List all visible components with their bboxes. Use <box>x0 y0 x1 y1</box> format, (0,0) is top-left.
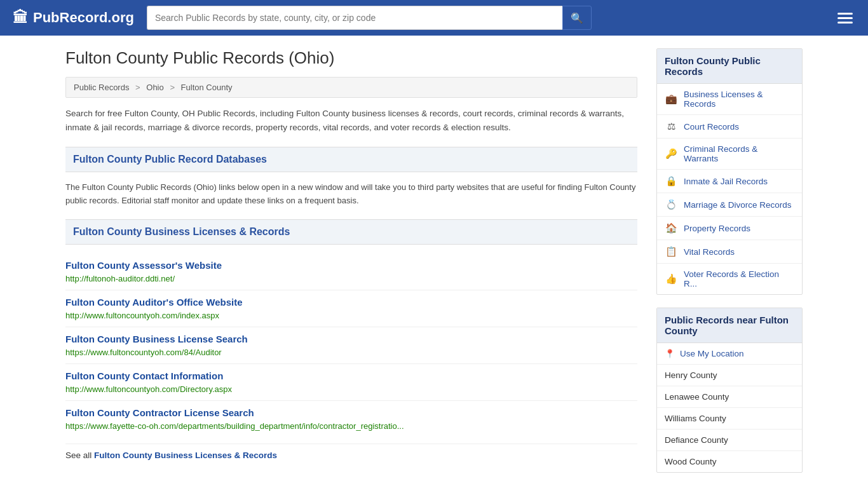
db-description: The Fulton County Public Records (Ohio) … <box>65 181 637 208</box>
vital-icon: 📋 <box>665 246 677 257</box>
sidebar-item-inmate[interactable]: 🔒 Inmate & Jail Records <box>657 170 802 193</box>
search-icon: 🔍 <box>571 12 583 24</box>
menu-bar-3 <box>837 22 853 24</box>
db-section-header: Fulton County Public Record Databases <box>65 147 637 172</box>
record-link-1[interactable]: Fulton County Auditor's Office Website <box>65 297 637 308</box>
sidebar-item-inmate-label: Inmate & Jail Records <box>684 177 768 186</box>
sidebar-records-box: Fulton County Public Records 💼 Business … <box>656 48 803 295</box>
breadcrumb-sep-2: > <box>170 83 175 92</box>
sidebar-nearby-box: Public Records near Fulton County 📍 Use … <box>656 308 803 473</box>
sidebar-records-title: Fulton County Public Records <box>657 49 802 84</box>
logo-icon: 🏛 <box>13 9 28 27</box>
record-item: Fulton County Contact Information http:/… <box>65 364 637 401</box>
record-link-3[interactable]: Fulton County Contact Information <box>65 370 637 381</box>
sidebar-item-business[interactable]: 💼 Business Licenses & Records <box>657 84 802 115</box>
record-url-2: https://www.fultoncountyoh.com/84/Audito… <box>65 348 222 357</box>
nearby-williams[interactable]: Williams County <box>657 408 802 430</box>
breadcrumb-county: Fulton County <box>181 83 233 92</box>
see-all-link[interactable]: Fulton County Business Licenses & Record… <box>94 451 277 460</box>
page-title: Fulton County Public Records (Ohio) <box>65 48 637 68</box>
use-location-item[interactable]: 📍 Use My Location <box>657 343 802 365</box>
content-area: Fulton County Public Records (Ohio) Publ… <box>65 48 637 485</box>
record-url-0: http://fultonoh-auditor.ddti.net/ <box>65 274 175 283</box>
inmate-icon: 🔒 <box>665 175 677 187</box>
nearby-henry[interactable]: Henry County <box>657 365 802 386</box>
site-logo[interactable]: 🏛 PubRecord.org <box>13 9 134 27</box>
menu-button[interactable] <box>835 10 855 26</box>
record-url-4: https://www.fayette-co-oh.com/department… <box>65 421 404 431</box>
sidebar-item-vital[interactable]: 📋 Vital Records <box>657 240 802 264</box>
sidebar-item-court-label: Court Records <box>684 122 739 132</box>
breadcrumb-sep-1: > <box>135 83 140 92</box>
nearby-wood[interactable]: Wood County <box>657 451 802 472</box>
sidebar-item-vital-label: Vital Records <box>684 247 735 257</box>
page-description: Search for free Fulton County, OH Public… <box>65 107 637 134</box>
business-icon: 💼 <box>665 93 677 105</box>
sidebar-item-criminal-label: Criminal Records & Warrants <box>684 144 794 163</box>
sidebar-item-business-label: Business Licenses & Records <box>684 90 794 109</box>
record-link-0[interactable]: Fulton County Assessor's Website <box>65 260 637 271</box>
sidebar-item-property[interactable]: 🏠 Property Records <box>657 217 802 240</box>
records-list: Fulton County Assessor's Website http://… <box>65 254 637 437</box>
location-icon: 📍 <box>665 349 675 358</box>
property-icon: 🏠 <box>665 222 677 234</box>
see-all-section: See all Fulton County Business Licenses … <box>65 444 637 460</box>
record-url-1: http://www.fultoncountyoh.com/index.aspx <box>65 311 219 320</box>
sidebar: Fulton County Public Records 💼 Business … <box>656 48 803 485</box>
sidebar-item-marriage[interactable]: 💍 Marriage & Divorce Records <box>657 193 802 217</box>
main-container: Fulton County Public Records (Ohio) Publ… <box>53 36 815 488</box>
sidebar-nearby-title: Public Records near Fulton County <box>657 308 802 343</box>
sidebar-item-voter-label: Voter Records & Election R... <box>684 269 794 288</box>
search-input[interactable] <box>147 6 562 30</box>
menu-bar-1 <box>837 13 853 15</box>
record-item: Fulton County Contractor License Search … <box>65 401 637 437</box>
record-item: Fulton County Business License Search ht… <box>65 327 637 364</box>
sidebar-item-criminal[interactable]: 🔑 Criminal Records & Warrants <box>657 139 802 170</box>
record-item: Fulton County Assessor's Website http://… <box>65 254 637 290</box>
record-link-4[interactable]: Fulton County Contractor License Search <box>65 407 637 418</box>
see-all-label: See all <box>65 451 92 460</box>
marriage-icon: 💍 <box>665 199 677 210</box>
record-item: Fulton County Auditor's Office Website h… <box>65 290 637 327</box>
sidebar-item-court[interactable]: ⚖ Court Records <box>657 115 802 139</box>
record-link-2[interactable]: Fulton County Business License Search <box>65 334 637 344</box>
business-section-header: Fulton County Business Licenses & Record… <box>65 219 637 245</box>
nearby-defiance[interactable]: Defiance County <box>657 430 802 451</box>
court-icon: ⚖ <box>665 121 677 132</box>
record-url-3: http://www.fultoncountyoh.com/Directory.… <box>65 384 232 394</box>
menu-bar-2 <box>837 17 853 19</box>
sidebar-item-voter[interactable]: 👍 Voter Records & Election R... <box>657 264 802 294</box>
voter-icon: 👍 <box>665 273 677 285</box>
logo-text: PubRecord.org <box>33 10 134 26</box>
use-location-label: Use My Location <box>680 349 744 358</box>
sidebar-item-marriage-label: Marriage & Divorce Records <box>684 200 792 210</box>
nearby-lenawee[interactable]: Lenawee County <box>657 386 802 408</box>
breadcrumb-ohio[interactable]: Ohio <box>146 83 163 92</box>
search-button[interactable]: 🔍 <box>562 6 592 30</box>
sidebar-item-property-label: Property Records <box>684 224 750 233</box>
criminal-icon: 🔑 <box>665 148 677 159</box>
breadcrumb: Public Records > Ohio > Fulton County <box>65 77 637 98</box>
site-header: 🏛 PubRecord.org 🔍 <box>0 0 868 36</box>
breadcrumb-public-records[interactable]: Public Records <box>74 83 129 92</box>
search-bar: 🔍 <box>147 6 592 30</box>
